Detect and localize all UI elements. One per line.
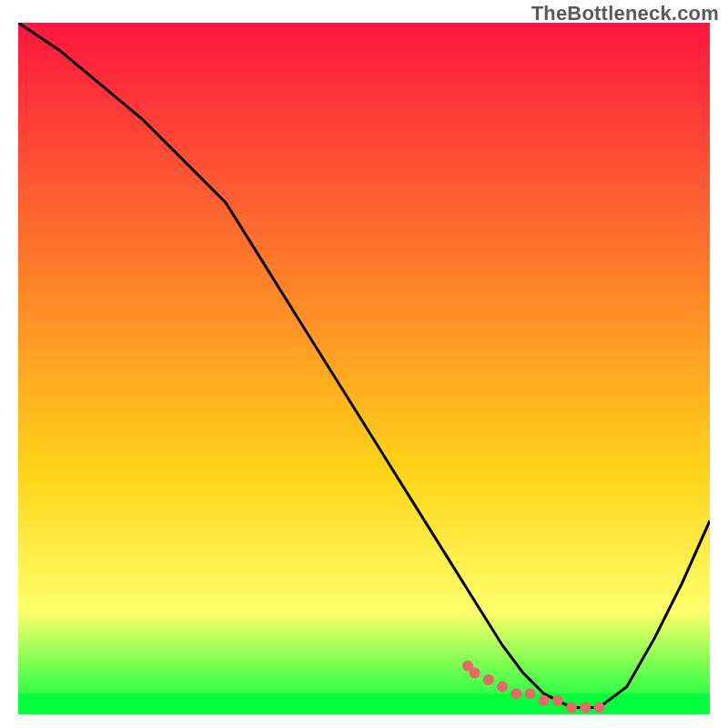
marker-dot bbox=[497, 682, 508, 693]
bottleneck-chart: TheBottleneck.com bbox=[0, 0, 728, 728]
chart-svg bbox=[18, 23, 710, 714]
marker-dot bbox=[539, 695, 550, 706]
marker-dot bbox=[524, 688, 535, 699]
marker-dot bbox=[552, 695, 563, 706]
marker-dot bbox=[470, 667, 480, 678]
gradient-background bbox=[18, 23, 710, 714]
optimal-band bbox=[18, 693, 710, 714]
plot-area bbox=[18, 23, 710, 714]
marker-dot bbox=[580, 702, 591, 713]
marker-dot bbox=[593, 702, 604, 713]
marker-dot bbox=[511, 688, 521, 699]
marker-dot bbox=[483, 674, 494, 685]
marker-dot bbox=[566, 702, 577, 713]
